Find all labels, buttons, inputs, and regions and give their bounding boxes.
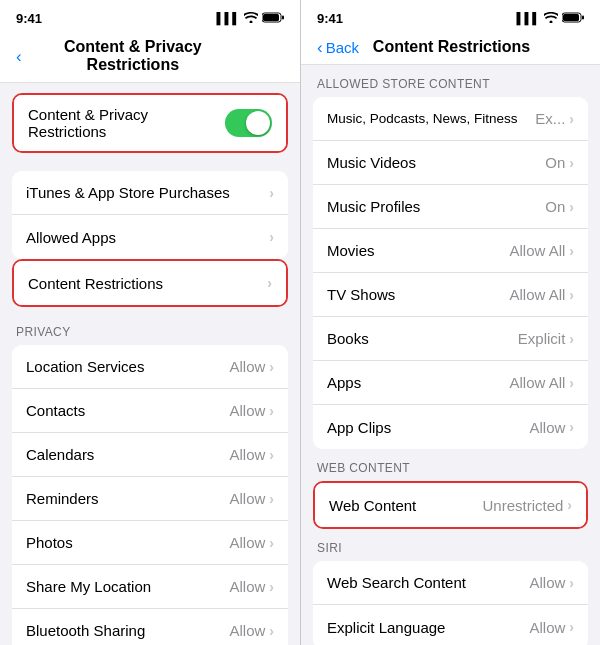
content-restrictions-item[interactable]: Content Restrictions › (14, 261, 286, 305)
allowed-store-header: ALLOWED STORE CONTENT (301, 77, 600, 97)
toggle-label: Content & Privacy Restrictions (28, 106, 225, 140)
web-content-highlight: Web Content Unrestricted › (313, 481, 588, 529)
status-icons-right: ▌▌▌ (517, 12, 584, 25)
allowed-apps-label: Allowed Apps (26, 229, 116, 246)
movies-value: Allow All (509, 242, 565, 259)
apps-label: Apps (327, 374, 361, 391)
bluetooth-sharing-item[interactable]: Bluetooth Sharing Allow › (12, 609, 288, 645)
calendars-label: Calendars (26, 446, 94, 463)
location-services-chevron-icon: › (269, 359, 274, 375)
calendars-chevron-icon: › (269, 447, 274, 463)
battery-icon (262, 12, 284, 25)
music-videos-item[interactable]: Music Videos On › (313, 141, 588, 185)
music-podcasts-value: Ex... (535, 110, 565, 127)
menu-section: iTunes & App Store Purchases › Allowed A… (0, 171, 300, 259)
web-search-content-item[interactable]: Web Search Content Allow › (313, 561, 588, 605)
share-location-chevron-icon: › (269, 579, 274, 595)
content-restrictions-right: › (267, 275, 272, 291)
reminders-item[interactable]: Reminders Allow › (12, 477, 288, 521)
content-privacy-toggle[interactable] (225, 109, 272, 137)
right-scroll: ALLOWED STORE CONTENT Music, Podcasts, N… (301, 65, 600, 645)
toggle-section: Content & Privacy Restrictions (0, 93, 300, 153)
signal-icon: ▌▌▌ (217, 12, 240, 24)
books-value: Explicit (518, 330, 566, 347)
toggle-group-highlight: Content & Privacy Restrictions (12, 93, 288, 153)
allowed-apps-right: › (269, 229, 274, 245)
app-clips-item[interactable]: App Clips Allow › (313, 405, 588, 449)
web-content-value: Unrestricted (482, 497, 563, 514)
movies-item[interactable]: Movies Allow All › (313, 229, 588, 273)
music-profiles-item[interactable]: Music Profiles On › (313, 185, 588, 229)
app-clips-value: Allow (529, 419, 565, 436)
books-chevron-icon: › (569, 331, 574, 347)
apps-chevron-icon: › (569, 375, 574, 391)
status-bar-left: 9:41 ▌▌▌ (0, 0, 300, 32)
books-item[interactable]: Books Explicit › (313, 317, 588, 361)
allowed-apps-item[interactable]: Allowed Apps › (12, 215, 288, 259)
explicit-language-chevron-icon: › (569, 619, 574, 635)
calendars-item[interactable]: Calendars Allow › (12, 433, 288, 477)
music-podcasts-item[interactable]: Music, Podcasts, News, Fitness Ex... › (313, 97, 588, 141)
nav-bar-right: ‹ Back Content Restrictions (301, 32, 600, 65)
svg-rect-5 (582, 15, 584, 19)
explicit-language-label: Explicit Language (327, 619, 445, 636)
wifi-icon-right (544, 12, 558, 25)
music-videos-value: On (545, 154, 565, 171)
page-title-left: Content & Privacy Restrictions (22, 38, 244, 74)
app-clips-right: Allow › (529, 419, 574, 436)
location-services-right: Allow › (229, 358, 274, 375)
web-content-chevron-icon: › (567, 497, 572, 513)
time-left: 9:41 (16, 11, 42, 26)
itunes-chevron-icon: › (269, 185, 274, 201)
music-videos-right: On › (545, 154, 574, 171)
movies-right: Allow All › (509, 242, 574, 259)
music-profiles-chevron-icon: › (569, 199, 574, 215)
bluetooth-sharing-value: Allow (229, 622, 265, 639)
page-title-right: Content Restrictions (359, 38, 544, 56)
contacts-right: Allow › (229, 402, 274, 419)
battery-icon-right (562, 12, 584, 25)
photos-item[interactable]: Photos Allow › (12, 521, 288, 565)
reminders-label: Reminders (26, 490, 99, 507)
wifi-icon (244, 12, 258, 25)
location-services-label: Location Services (26, 358, 144, 375)
contacts-value: Allow (229, 402, 265, 419)
music-profiles-right: On › (545, 198, 574, 215)
privacy-group: Location Services Allow › Contacts Allow… (12, 345, 288, 645)
content-restrictions-chevron-icon: › (267, 275, 272, 291)
web-content-item[interactable]: Web Content Unrestricted › (315, 483, 586, 527)
explicit-language-right: Allow › (529, 619, 574, 636)
explicit-language-item[interactable]: Explicit Language Allow › (313, 605, 588, 645)
books-right: Explicit › (518, 330, 574, 347)
content-restrictions-section: Content Restrictions › (0, 259, 300, 307)
tv-shows-item[interactable]: TV Shows Allow All › (313, 273, 588, 317)
content-privacy-toggle-row[interactable]: Content & Privacy Restrictions (14, 95, 286, 151)
back-button-right[interactable]: ‹ Back (317, 39, 359, 56)
signal-icon-right: ▌▌▌ (517, 12, 540, 24)
apps-item[interactable]: Apps Allow All › (313, 361, 588, 405)
siri-group: Web Search Content Allow › Explicit Lang… (313, 561, 588, 645)
back-chevron-icon-right: ‹ (317, 39, 323, 56)
contacts-item[interactable]: Contacts Allow › (12, 389, 288, 433)
left-panel: 9:41 ▌▌▌ ‹ Content & Privacy Restriction… (0, 0, 300, 645)
web-search-content-right: Allow › (529, 574, 574, 591)
svg-rect-4 (563, 14, 579, 21)
app-clips-label: App Clips (327, 419, 391, 436)
bluetooth-sharing-chevron-icon: › (269, 623, 274, 639)
contacts-chevron-icon: › (269, 403, 274, 419)
music-profiles-label: Music Profiles (327, 198, 420, 215)
siri-header: SIRI (301, 541, 600, 561)
status-bar-right: 9:41 ▌▌▌ (301, 0, 600, 32)
itunes-right: › (269, 185, 274, 201)
music-profiles-value: On (545, 198, 565, 215)
web-content-label: Web Content (329, 497, 416, 514)
tv-shows-chevron-icon: › (569, 287, 574, 303)
privacy-section: PRIVACY Location Services Allow › Contac… (0, 325, 300, 645)
photos-right: Allow › (229, 534, 274, 551)
itunes-purchases-item[interactable]: iTunes & App Store Purchases › (12, 171, 288, 215)
location-services-item[interactable]: Location Services Allow › (12, 345, 288, 389)
web-search-content-chevron-icon: › (569, 575, 574, 591)
share-location-right: Allow › (229, 578, 274, 595)
share-location-item[interactable]: Share My Location Allow › (12, 565, 288, 609)
status-icons-left: ▌▌▌ (217, 12, 284, 25)
